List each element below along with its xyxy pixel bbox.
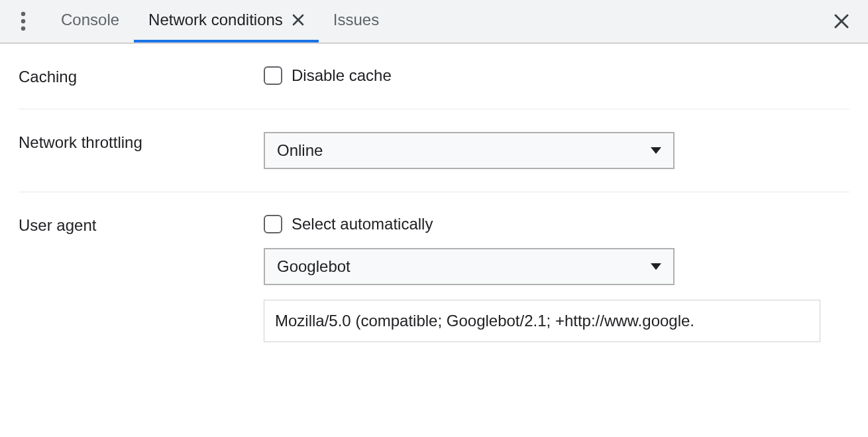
tab-console-label: Console (61, 11, 119, 29)
svg-point-0 (21, 12, 25, 16)
tab-issues-label: Issues (333, 11, 379, 29)
kebab-icon (21, 11, 26, 31)
tab-issues[interactable]: Issues (319, 0, 394, 42)
close-icon (834, 13, 849, 29)
user-agent-string-input[interactable] (264, 300, 820, 342)
caching-label: Caching (19, 66, 264, 86)
svg-marker-7 (651, 147, 661, 154)
tab-network-conditions-label: Network conditions (148, 11, 283, 29)
disable-cache-checkbox[interactable] (264, 66, 282, 85)
tab-close-button[interactable] (292, 14, 304, 26)
select-automatically-checkbox[interactable] (264, 215, 282, 233)
svg-point-1 (21, 19, 25, 23)
disable-cache-label: Disable cache (292, 66, 392, 85)
svg-marker-8 (651, 263, 661, 270)
section-caching: Caching Disable cache (19, 44, 849, 109)
user-agent-preset-select[interactable]: Googlebot (264, 248, 675, 285)
section-user-agent: User agent Select automatically Googlebo… (19, 192, 849, 365)
panel-close-button[interactable] (822, 0, 861, 42)
throttling-selected-value: Online (277, 141, 323, 160)
chevron-down-icon (651, 263, 661, 270)
throttling-label: Network throttling (19, 132, 264, 152)
more-options-button[interactable] (0, 0, 46, 42)
user-agent-preset-value: Googlebot (277, 257, 351, 276)
throttling-select[interactable]: Online (264, 132, 675, 169)
section-network-throttling: Network throttling Online (19, 109, 849, 192)
select-automatically-label: Select automatically (292, 215, 433, 233)
tab-bar: Console Network conditions Issues (0, 0, 868, 44)
chevron-down-icon (651, 147, 661, 154)
close-icon (292, 14, 304, 26)
panel-content: Caching Disable cache Network throttling… (0, 44, 868, 365)
user-agent-label: User agent (19, 215, 264, 235)
tab-console[interactable]: Console (46, 0, 134, 42)
svg-point-2 (21, 27, 25, 31)
tab-network-conditions[interactable]: Network conditions (134, 0, 319, 42)
